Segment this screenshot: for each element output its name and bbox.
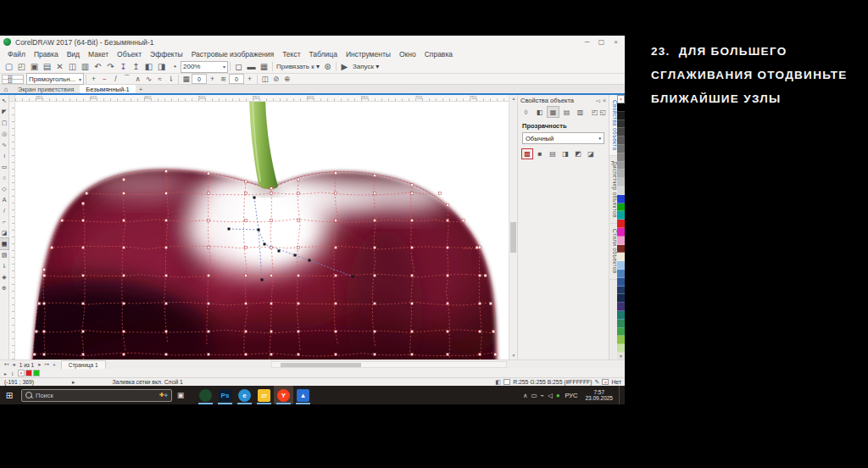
next-page-icon[interactable]: ▸: [36, 361, 42, 368]
palette-swatch[interactable]: [617, 303, 625, 311]
tab-document[interactable]: Безымянный-1: [80, 85, 136, 93]
page-tab[interactable]: Страница 1: [61, 360, 106, 369]
page-sizes-icon[interactable]: ◧: [142, 61, 155, 73]
symmetric-node-icon[interactable]: ≈: [154, 75, 165, 84]
palette-swatch[interactable]: [617, 294, 625, 303]
interactive-fill-tool[interactable]: ◈: [0, 271, 8, 282]
transparency-mode-select[interactable]: Обычный▾: [522, 132, 604, 144]
task-view-button[interactable]: ▣: [172, 391, 189, 399]
snap-to-dropdown[interactable]: Привязать к ▾: [275, 63, 321, 70]
ruler-origin[interactable]: [9, 95, 15, 102]
show-grid-icon[interactable]: ▦: [258, 61, 270, 73]
new-tab-button[interactable]: +: [136, 86, 147, 93]
taskbar-yandex-icon[interactable]: Y: [274, 386, 293, 404]
palette-swatch[interactable]: [617, 178, 625, 187]
freehand-tool[interactable]: ∿: [0, 139, 8, 150]
cut-icon[interactable]: ✕: [53, 61, 66, 73]
taskbar-coreldraw-icon[interactable]: [196, 386, 215, 404]
palette-swatch[interactable]: [617, 128, 625, 136]
menu-item[interactable]: Таблица: [305, 50, 342, 58]
palette-swatch[interactable]: [617, 278, 625, 287]
to-line-icon[interactable]: /: [110, 75, 121, 84]
palette-swatch[interactable]: [617, 270, 625, 278]
tray-battery-icon[interactable]: ▭: [531, 392, 537, 399]
tray-chevron-icon[interactable]: ∧: [523, 392, 528, 399]
new-document-icon[interactable]: ▢: [3, 61, 15, 73]
connector-tool[interactable]: ⌐: [0, 216, 8, 227]
units-icon[interactable]: ◨: [155, 61, 168, 73]
transparency-linear-icon[interactable]: ◨: [560, 149, 570, 159]
close-button[interactable]: ×: [609, 36, 623, 48]
menu-item[interactable]: Объект: [113, 50, 146, 58]
home-icon[interactable]: ⌂: [0, 86, 12, 93]
to-curve-icon[interactable]: ⌒: [121, 75, 132, 84]
frame-section-icon[interactable]: ▤: [561, 107, 572, 117]
zoom-tool[interactable]: ◎: [0, 128, 8, 139]
dimension-tool[interactable]: /: [0, 205, 8, 216]
center-marker-icon[interactable]: ⊕: [281, 75, 292, 84]
palette-swatch[interactable]: [617, 187, 625, 195]
menu-item[interactable]: Правка: [30, 50, 63, 58]
import-icon[interactable]: ↧: [117, 61, 130, 73]
palette-swatch[interactable]: [617, 170, 625, 178]
crop-tool[interactable]: ▢: [0, 117, 8, 128]
shadow-tool[interactable]: ◪: [0, 227, 8, 238]
palette-swatch[interactable]: [617, 195, 625, 203]
doc-color-swatch[interactable]: [33, 370, 40, 376]
zoom-levels-icon[interactable]: ◔: [168, 61, 181, 73]
palette-swatch[interactable]: [617, 245, 625, 254]
delete-node-icon[interactable]: −: [99, 75, 110, 84]
tray-antivirus-icon[interactable]: ●: [556, 392, 560, 399]
start-button[interactable]: ⊞: [0, 386, 19, 404]
expand-icon[interactable]: ▸: [3, 370, 8, 376]
eyedropper-tool[interactable]: ⇂: [0, 260, 8, 271]
wrap-style-icon-2[interactable]: ◱: [599, 109, 606, 116]
palette-swatch[interactable]: [617, 120, 625, 129]
taskbar-photos-icon[interactable]: ▴: [293, 386, 313, 404]
palette-swatch[interactable]: [617, 211, 625, 220]
vertical-ruler[interactable]: [9, 102, 15, 359]
menu-item[interactable]: Растровые изображения: [187, 50, 278, 58]
outline-section-icon[interactable]: ◊: [520, 107, 531, 117]
docker-collapse-icon[interactable]: ◅: [596, 98, 600, 104]
clock[interactable]: 7:57 23.09.2025: [582, 389, 615, 402]
menu-item[interactable]: Вид: [63, 50, 84, 58]
text-tool[interactable]: A: [0, 194, 8, 205]
ellipse-tool[interactable]: ○: [0, 172, 8, 183]
palette-swatch[interactable]: [617, 203, 625, 212]
smooth-node-icon[interactable]: ∿: [143, 75, 154, 84]
summary-section-icon[interactable]: ▥: [575, 107, 586, 117]
undo-icon[interactable]: ↶: [92, 61, 104, 73]
prev-page-icon[interactable]: ◂: [10, 361, 16, 368]
transparency-fountain-icon[interactable]: ▤: [548, 149, 558, 159]
taskbar-explorer-icon[interactable]: ▱: [254, 386, 274, 404]
taskbar-search[interactable]: Поиск ✚✚: [21, 389, 172, 402]
fill-section-icon[interactable]: ◧: [534, 107, 545, 117]
show-desktop-button[interactable]: [619, 386, 623, 404]
transparency-radial-icon[interactable]: ◩: [573, 149, 583, 159]
mesh-fill-tool[interactable]: ▦: [0, 238, 8, 249]
polygon-tool[interactable]: ◇: [0, 183, 8, 194]
clear-mesh-icon[interactable]: ⊘: [270, 75, 281, 84]
mesh-grid-size-spinners[interactable]: 1010: [2, 75, 24, 83]
palette-swatch[interactable]: [617, 287, 625, 295]
shape-tool[interactable]: ◤: [0, 106, 8, 117]
first-page-icon[interactable]: ↤: [3, 361, 10, 368]
paste-icon[interactable]: ▥: [79, 61, 92, 73]
vertical-scroll-thumb[interactable]: [510, 222, 516, 253]
transparency-tool[interactable]: ▨: [0, 249, 8, 260]
show-rulers-icon[interactable]: ▬: [245, 61, 258, 73]
zoom-level-combo[interactable]: 200%▾: [181, 61, 228, 73]
minimize-button[interactable]: ─: [580, 36, 594, 48]
print-icon[interactable]: ▤: [41, 61, 53, 73]
tray-volume-icon[interactable]: ◁: [548, 392, 553, 399]
doc-color-swatch[interactable]: [25, 370, 32, 376]
redo-icon[interactable]: ↷: [104, 61, 117, 73]
horizontal-scroll-thumb[interactable]: [281, 363, 361, 367]
menu-item[interactable]: Эффекты: [146, 50, 187, 58]
transparency-stepper[interactable]: ▦0+: [181, 74, 218, 84]
taskbar-photoshop-icon[interactable]: Ps: [215, 386, 235, 404]
menu-item[interactable]: Текст: [278, 50, 304, 58]
menu-item[interactable]: Справка: [420, 50, 457, 58]
grid-rows-spinner[interactable]: 10: [2, 79, 24, 84]
